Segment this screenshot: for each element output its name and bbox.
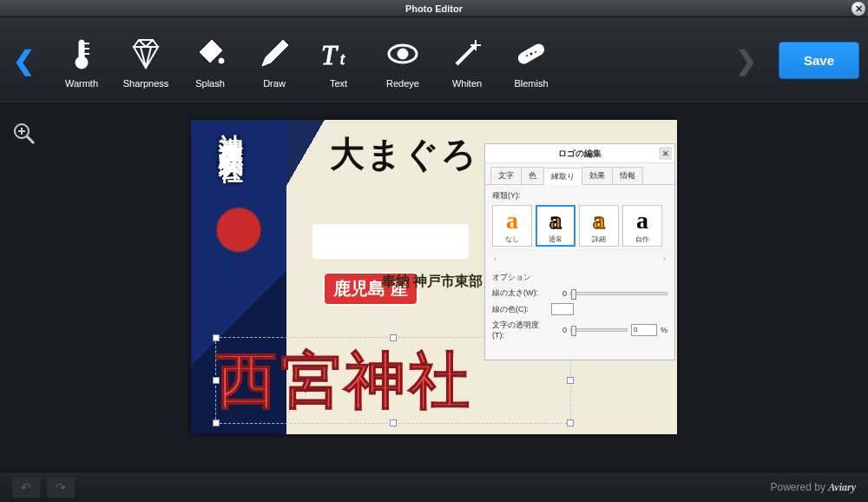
- thumb-caption: 詳細: [592, 234, 606, 244]
- tool-draw[interactable]: Draw: [248, 33, 300, 89]
- svg-point-16: [398, 49, 408, 59]
- tool-label: Sharpness: [123, 78, 169, 89]
- svg-point-21: [529, 52, 533, 56]
- thumb-scroll-right[interactable]: ›: [663, 254, 666, 263]
- tool-label: Blemish: [514, 78, 548, 89]
- tool-label: Text: [330, 78, 347, 89]
- tab-outline[interactable]: 縁取り: [543, 168, 582, 185]
- thermometer-icon: [61, 33, 102, 75]
- chevron-right-icon: ❯: [735, 45, 757, 76]
- outline-color-row: 線の色(C):: [492, 303, 667, 315]
- text-opacity-spinner[interactable]: 0: [631, 324, 657, 336]
- undo-icon: ↶: [21, 480, 31, 494]
- svg-marker-12: [262, 40, 288, 66]
- text-opacity-slider[interactable]: [570, 328, 628, 332]
- outline-style-thumb[interactable]: aなし: [492, 205, 532, 247]
- window-close-button[interactable]: ✕: [852, 2, 865, 16]
- footer: ↶ ↷ Powered by Aviary: [0, 472, 868, 502]
- toolbar: ❮ Warmth Sharpness Splash Draw: [0, 17, 868, 104]
- resize-handle[interactable]: [213, 377, 220, 384]
- svg-point-11: [219, 58, 224, 63]
- tool-whiten[interactable]: Whiten: [441, 33, 493, 89]
- tool-warmth[interactable]: Warmth: [56, 33, 108, 89]
- slider-knob[interactable]: [571, 326, 576, 336]
- tab-info[interactable]: 情報: [612, 167, 643, 184]
- tab-color[interactable]: 色: [521, 167, 544, 184]
- outline-width-label: 線の太さ(W):: [492, 287, 548, 299]
- dialog-body: 種類(Y): aなしa通常a詳細a自作 ‹ › オプション 線の太さ(W): 0…: [485, 185, 674, 349]
- redo-icon: ↷: [56, 480, 66, 494]
- outline-style-thumb[interactable]: a通常: [536, 205, 575, 247]
- text-opacity-row: 文字の透明度(T): 0 0 %: [492, 320, 667, 340]
- outline-width-row: 線の太さ(W): 0: [492, 287, 667, 299]
- resize-handle[interactable]: [390, 334, 397, 341]
- bucket-icon: [189, 33, 231, 75]
- next-arrow-button[interactable]: ❯: [732, 33, 761, 89]
- workspace: 神港魚類株式会社 大まぐろ 体長 2,3 m 重量 鹿児島 産 奉納 神戸市東部…: [0, 104, 868, 472]
- svg-point-22: [526, 54, 529, 56]
- outline-style-thumb[interactable]: a自作: [622, 205, 662, 247]
- tool-list: Warmth Sharpness Splash Draw Tt Text: [38, 33, 732, 89]
- tool-blemish[interactable]: Blemish: [505, 33, 557, 89]
- outline-style-thumb[interactable]: a詳細: [579, 205, 619, 247]
- resize-handle[interactable]: [567, 419, 574, 426]
- redo-button[interactable]: ↷: [47, 477, 75, 498]
- outline-color-swatch[interactable]: [551, 303, 574, 315]
- tab-effect[interactable]: 効果: [582, 167, 613, 184]
- slider-knob[interactable]: [571, 289, 576, 300]
- powered-brand: Aviary: [828, 481, 856, 493]
- tool-label: Whiten: [452, 78, 482, 89]
- svg-line-17: [457, 45, 476, 64]
- wand-icon: [446, 33, 488, 75]
- eye-icon: [382, 33, 424, 75]
- outline-color-label: 線の色(C):: [492, 304, 548, 315]
- logo-edit-dialog[interactable]: ロゴの編集 ✕ 文字 色 縁取り 効果 情報 種類(Y): aなしa通常a詳細a…: [484, 143, 675, 360]
- text-icon: Tt: [318, 33, 359, 75]
- zoom-in-button[interactable]: [12, 122, 36, 146]
- canvas[interactable]: 神港魚類株式会社 大まぐろ 体長 2,3 m 重量 鹿児島 産 奉納 神戸市東部…: [191, 120, 677, 434]
- dialog-close-button[interactable]: ✕: [659, 147, 672, 160]
- resize-handle[interactable]: [213, 334, 220, 341]
- tool-sharpness[interactable]: Sharpness: [120, 33, 172, 89]
- tool-label: Splash: [195, 78, 225, 89]
- type-label: 種類(Y):: [492, 190, 667, 201]
- text-opacity-unit: %: [661, 326, 667, 334]
- svg-line-25: [27, 136, 34, 143]
- chevron-left-icon: ❮: [13, 45, 35, 76]
- svg-text:T: T: [321, 39, 339, 70]
- svg-line-7: [146, 40, 153, 47]
- tool-label: Warmth: [65, 78, 98, 89]
- thumb-glyph-icon: a: [506, 208, 518, 233]
- tool-text[interactable]: Tt Text: [312, 33, 365, 89]
- thumb-scroll-left[interactable]: ‹: [494, 254, 496, 263]
- window-titlebar: Photo Editor ✕: [0, 0, 868, 17]
- text-opacity-value: 0: [551, 326, 567, 334]
- undo-button[interactable]: ↶: [12, 477, 40, 498]
- resize-handle[interactable]: [390, 419, 397, 426]
- options-header: オプション: [492, 272, 667, 283]
- svg-rect-1: [79, 40, 84, 59]
- thumb-glyph-icon: a: [636, 208, 648, 233]
- resize-handle[interactable]: [567, 377, 574, 384]
- prev-arrow-button[interactable]: ❮: [9, 33, 38, 89]
- dialog-title: ロゴの編集: [558, 148, 602, 160]
- outline-width-slider[interactable]: [570, 292, 667, 295]
- photo-sign-title: 大まぐろ: [330, 130, 478, 178]
- resize-handle[interactable]: [213, 419, 220, 426]
- tab-text[interactable]: 文字: [490, 167, 522, 184]
- thumb-glyph-icon: a: [549, 208, 562, 233]
- powered-prefix: Powered by: [771, 481, 829, 493]
- diamond-icon: [125, 33, 167, 75]
- thumb-row: aなしa通常a詳細a自作: [492, 205, 667, 251]
- save-button[interactable]: Save: [779, 42, 859, 79]
- thumb-caption: なし: [505, 234, 519, 244]
- pencil-icon: [253, 33, 295, 75]
- photo-banner-vertical: 神港魚類株式会社: [214, 120, 247, 142]
- dialog-titlebar[interactable]: ロゴの編集 ✕: [485, 144, 674, 163]
- magnifier-plus-icon: [12, 122, 36, 146]
- thumb-caption: 自作: [635, 234, 649, 244]
- text-opacity-label: 文字の透明度(T):: [492, 320, 548, 340]
- tool-redeye[interactable]: Redeye: [377, 33, 429, 89]
- thumb-caption: 通常: [549, 234, 562, 244]
- tool-splash[interactable]: Splash: [184, 33, 236, 89]
